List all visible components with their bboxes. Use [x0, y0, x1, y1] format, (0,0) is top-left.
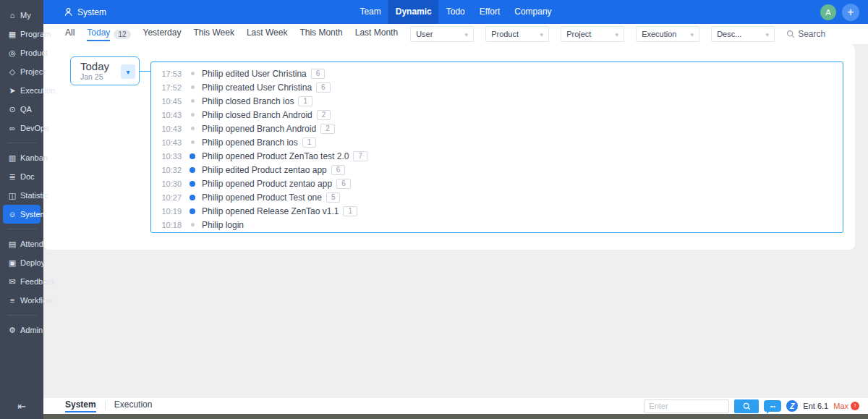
- chevron-down-icon: [126, 67, 129, 77]
- event-row: 10:43 Philip closed Branch Android 2: [151, 108, 843, 122]
- chevron-down-icon: [766, 30, 770, 38]
- search-toggle[interactable]: Search: [786, 29, 825, 39]
- feedback-chat-icon[interactable]: [764, 400, 781, 412]
- topnav-item[interactable]: Team: [352, 0, 388, 24]
- topnav-item-label: Dynamic: [396, 7, 432, 17]
- event-dot: [191, 223, 195, 227]
- event-text[interactable]: Philip login: [202, 220, 244, 230]
- time-filter-label: Yesterday: [143, 27, 182, 41]
- app-title-label: System: [77, 7, 106, 17]
- bottom-tab[interactable]: System: [65, 399, 96, 412]
- execution-icon: ➤: [7, 86, 17, 96]
- event-text[interactable]: Philip closed Branch Android: [202, 110, 312, 120]
- event-text[interactable]: Philip closed Branch ios: [202, 96, 294, 106]
- event-time: 10:43: [151, 124, 182, 133]
- product-icon: ◎: [7, 48, 17, 58]
- event-time: 17:53: [151, 69, 182, 78]
- filter-dropdown[interactable]: User: [410, 26, 474, 42]
- sidebar-item[interactable]: [7, 229, 36, 229]
- topnav-item-label: Effort: [480, 7, 500, 17]
- event-text[interactable]: Philip opened Branch ios: [202, 137, 298, 148]
- sidebar-item[interactable]: ≣ Doc: [3, 167, 41, 186]
- zentao-logo-icon[interactable]: [786, 400, 798, 412]
- statistic-icon: ◫: [7, 191, 17, 200]
- sidebar-item[interactable]: ∞ DevOps: [3, 119, 41, 137]
- sidebar-item[interactable]: ✉ Feedback: [3, 272, 41, 291]
- topnav-item-label: Team: [359, 7, 380, 17]
- time-filter[interactable]: Last Month: [355, 27, 398, 41]
- event-time: 10:43: [151, 138, 182, 147]
- event-text[interactable]: Philip edited Product zentao app: [202, 165, 327, 175]
- topnav-item[interactable]: Dynamic: [388, 0, 439, 24]
- bottom-tab[interactable]: Execution: [114, 399, 153, 412]
- workflow-icon: ≡: [7, 296, 17, 305]
- filter-dropdown[interactable]: Desc...: [711, 26, 775, 42]
- time-filter[interactable]: Yesterday: [143, 27, 182, 41]
- sidebar-collapse-icon[interactable]: ⇤: [0, 400, 43, 412]
- events-panel: 17:53 Philip edited User Christina 6 17:…: [150, 62, 843, 233]
- sidebar-item[interactable]: ⚙ Admin: [3, 321, 41, 339]
- quick-search-button[interactable]: [734, 399, 759, 413]
- filter-dropdown-label: User: [416, 30, 433, 38]
- time-filter-count-badge: 12: [114, 30, 130, 39]
- sidebar-item[interactable]: [7, 315, 36, 316]
- version-label: Ent 6.1: [803, 402, 828, 410]
- sidebar-item[interactable]: ◎ Product: [3, 43, 41, 62]
- event-text[interactable]: Philip opened Branch Android: [202, 124, 316, 134]
- max-edition-link[interactable]: Max: [833, 402, 859, 410]
- sidebar-item[interactable]: ☺ System: [3, 205, 41, 224]
- topnav-item[interactable]: Todo: [439, 0, 472, 24]
- sidebar-item[interactable]: ➤ Execution: [3, 81, 41, 100]
- topnav-item-label: Company: [514, 7, 551, 17]
- create-button[interactable]: [842, 4, 859, 21]
- content-area: Today Jan 25 17:53 Philip edited User Ch…: [43, 44, 868, 397]
- event-dot: [191, 72, 195, 75]
- avatar[interactable]: A: [820, 4, 836, 20]
- sidebar-item-label: Product: [20, 48, 48, 57]
- event-row: 10:27 Philip opened Product Test one 5: [151, 190, 843, 204]
- quick-search-input[interactable]: [644, 399, 729, 413]
- event-id-badge: 6: [336, 179, 351, 189]
- time-filter[interactable]: Today 12: [87, 27, 130, 41]
- time-filter[interactable]: All: [65, 27, 75, 41]
- chevron-down-icon: [540, 30, 544, 38]
- event-text[interactable]: Philip opened Product Test one: [202, 192, 322, 203]
- sidebar-item[interactable]: ⊙ QA: [3, 100, 41, 119]
- filter-dropdown-label: Desc...: [717, 30, 741, 38]
- time-filter[interactable]: Last Week: [247, 27, 287, 41]
- sidebar-item-label: DevOps: [20, 124, 49, 132]
- event-dot: [191, 140, 195, 144]
- topnav-item[interactable]: Company: [507, 0, 558, 24]
- sidebar-item[interactable]: ≡ Workflow: [3, 291, 41, 310]
- time-filter[interactable]: This Month: [299, 27, 342, 41]
- search-icon: [743, 402, 751, 410]
- filter-dropdown[interactable]: Project: [561, 26, 624, 42]
- time-filter[interactable]: This Week: [193, 27, 234, 41]
- sidebar-item[interactable]: ◇ Project: [3, 62, 41, 81]
- event-text[interactable]: Philip edited User Christina: [202, 69, 307, 79]
- event-text[interactable]: Philip opened Product zentao app: [202, 179, 332, 189]
- dynamic-card: Today Jan 25 17:53 Philip edited User Ch…: [43, 44, 855, 250]
- sidebar-item[interactable]: ▥ Kanban: [3, 148, 41, 167]
- event-id-badge: 5: [326, 192, 341, 203]
- sidebar-item[interactable]: ⌂ My: [3, 6, 41, 25]
- max-label: Max: [833, 402, 848, 410]
- event-dot: [190, 181, 195, 187]
- event-text[interactable]: Philip opened Release ZenTao v1.1: [202, 206, 339, 216]
- sidebar-item[interactable]: [7, 143, 36, 143]
- filter-dropdown[interactable]: Product: [485, 26, 549, 42]
- filter-dropdown-label: Project: [566, 30, 591, 38]
- sidebar-item[interactable]: ◫ Statistic: [3, 186, 41, 205]
- sidebar-item[interactable]: ▣ Deploy: [3, 253, 41, 272]
- event-text[interactable]: Philip created User Christina: [202, 82, 312, 93]
- event-row: 10:32 Philip edited Product zentao app 6: [151, 163, 843, 177]
- filter-dropdown[interactable]: Execution: [636, 26, 699, 42]
- chevron-down-icon: [465, 30, 469, 38]
- event-text[interactable]: Philip opened Product ZenTao test 2.0: [202, 151, 349, 161]
- sidebar-item[interactable]: ▦ Program: [3, 25, 41, 43]
- date-dropdown-button[interactable]: [121, 64, 135, 79]
- topnav-item[interactable]: Effort: [472, 0, 507, 24]
- event-dot: [191, 113, 195, 117]
- sidebar-item[interactable]: ▤ Attend: [3, 234, 41, 253]
- date-group-box[interactable]: Today Jan 25: [70, 56, 140, 85]
